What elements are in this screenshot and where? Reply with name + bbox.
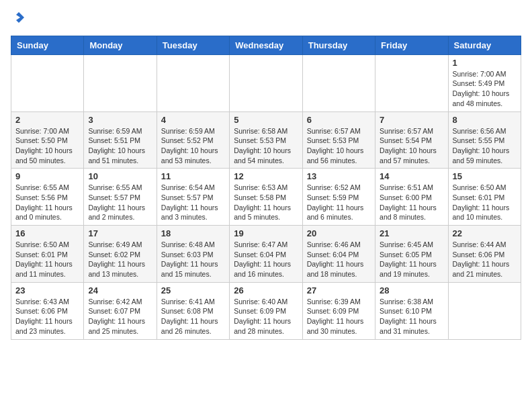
day-number: 2 xyxy=(15,115,79,125)
day-number: 10 xyxy=(88,171,152,181)
day-info: Sunrise: 6:59 AM Sunset: 5:52 PM Dayligh… xyxy=(161,126,225,166)
calendar-day-cell: 20Sunrise: 6:46 AM Sunset: 6:04 PM Dayli… xyxy=(302,226,375,283)
calendar-day-cell: 23Sunrise: 6:43 AM Sunset: 6:06 PM Dayli… xyxy=(11,282,84,339)
calendar-day-cell: 1Sunrise: 7:00 AM Sunset: 5:49 PM Daylig… xyxy=(448,54,521,111)
calendar-day-cell: 28Sunrise: 6:38 AM Sunset: 6:10 PM Dayli… xyxy=(375,282,448,339)
calendar-day-cell: 26Sunrise: 6:40 AM Sunset: 6:09 PM Dayli… xyxy=(230,282,302,339)
weekday-header: Wednesday xyxy=(230,36,302,54)
weekday-header: Friday xyxy=(375,36,448,54)
calendar-day-cell: 15Sunrise: 6:50 AM Sunset: 6:01 PM Dayli… xyxy=(448,169,521,226)
day-info: Sunrise: 6:56 AM Sunset: 5:55 PM Dayligh… xyxy=(453,126,517,166)
day-number: 26 xyxy=(234,285,298,295)
day-info: Sunrise: 6:38 AM Sunset: 6:10 PM Dayligh… xyxy=(380,297,443,336)
day-info: Sunrise: 6:57 AM Sunset: 5:54 PM Dayligh… xyxy=(380,126,443,166)
day-info: Sunrise: 6:50 AM Sunset: 6:01 PM Dayligh… xyxy=(453,183,517,222)
calendar-day-cell xyxy=(84,54,157,111)
logo xyxy=(11,11,26,28)
day-number: 7 xyxy=(380,115,443,125)
day-number: 24 xyxy=(88,285,152,295)
calendar-day-cell: 8Sunrise: 6:56 AM Sunset: 5:55 PM Daylig… xyxy=(448,111,521,169)
day-number: 23 xyxy=(15,285,79,295)
day-number: 16 xyxy=(15,228,79,238)
calendar-day-cell: 3Sunrise: 6:59 AM Sunset: 5:51 PM Daylig… xyxy=(84,111,157,169)
calendar-day-cell: 17Sunrise: 6:49 AM Sunset: 6:02 PM Dayli… xyxy=(84,226,157,283)
day-number: 28 xyxy=(380,285,443,295)
weekday-header: Monday xyxy=(84,36,157,54)
day-info: Sunrise: 6:44 AM Sunset: 6:06 PM Dayligh… xyxy=(453,240,517,279)
calendar-day-cell: 24Sunrise: 6:42 AM Sunset: 6:07 PM Dayli… xyxy=(84,282,157,339)
calendar-day-cell xyxy=(157,54,229,111)
day-info: Sunrise: 7:00 AM Sunset: 5:50 PM Dayligh… xyxy=(15,126,79,166)
day-number: 17 xyxy=(88,228,152,238)
calendar-week-row: 23Sunrise: 6:43 AM Sunset: 6:06 PM Dayli… xyxy=(11,282,521,339)
weekday-header: Sunday xyxy=(11,36,84,54)
day-info: Sunrise: 6:57 AM Sunset: 5:53 PM Dayligh… xyxy=(307,126,371,166)
day-number: 22 xyxy=(453,228,517,238)
weekday-header: Saturday xyxy=(448,36,521,54)
day-info: Sunrise: 6:43 AM Sunset: 6:06 PM Dayligh… xyxy=(15,297,79,336)
day-number: 20 xyxy=(307,228,371,238)
day-number: 18 xyxy=(161,228,225,238)
calendar-day-cell: 11Sunrise: 6:54 AM Sunset: 5:57 PM Dayli… xyxy=(157,169,229,226)
day-info: Sunrise: 6:39 AM Sunset: 6:09 PM Dayligh… xyxy=(307,297,371,336)
calendar-day-cell xyxy=(302,54,375,111)
day-number: 5 xyxy=(234,115,298,125)
day-number: 19 xyxy=(234,228,298,238)
day-number: 13 xyxy=(307,171,371,181)
day-number: 9 xyxy=(15,171,79,181)
day-info: Sunrise: 6:58 AM Sunset: 5:53 PM Dayligh… xyxy=(234,126,298,166)
calendar-header-row: SundayMondayTuesdayWednesdayThursdayFrid… xyxy=(11,36,521,54)
calendar-day-cell: 19Sunrise: 6:47 AM Sunset: 6:04 PM Dayli… xyxy=(230,226,302,283)
calendar-week-row: 2Sunrise: 7:00 AM Sunset: 5:50 PM Daylig… xyxy=(11,111,521,169)
day-info: Sunrise: 7:00 AM Sunset: 5:49 PM Dayligh… xyxy=(453,69,517,109)
page-header xyxy=(11,11,521,28)
calendar-week-row: 1Sunrise: 7:00 AM Sunset: 5:49 PM Daylig… xyxy=(11,54,521,111)
day-info: Sunrise: 6:45 AM Sunset: 6:05 PM Dayligh… xyxy=(380,240,443,279)
svg-marker-0 xyxy=(16,12,24,23)
calendar-day-cell xyxy=(230,54,302,111)
day-number: 11 xyxy=(161,171,225,181)
day-number: 3 xyxy=(88,115,152,125)
calendar-day-cell xyxy=(375,54,448,111)
day-info: Sunrise: 6:48 AM Sunset: 6:03 PM Dayligh… xyxy=(161,240,225,279)
day-info: Sunrise: 6:40 AM Sunset: 6:09 PM Dayligh… xyxy=(234,297,298,336)
day-number: 14 xyxy=(380,171,443,181)
day-info: Sunrise: 6:51 AM Sunset: 6:00 PM Dayligh… xyxy=(380,183,443,222)
day-number: 15 xyxy=(453,171,517,181)
calendar-table: SundayMondayTuesdayWednesdayThursdayFrid… xyxy=(11,36,521,340)
calendar-day-cell: 2Sunrise: 7:00 AM Sunset: 5:50 PM Daylig… xyxy=(11,111,84,169)
calendar-day-cell xyxy=(448,282,521,339)
day-info: Sunrise: 6:52 AM Sunset: 5:59 PM Dayligh… xyxy=(307,183,371,222)
day-number: 6 xyxy=(307,115,371,125)
calendar-day-cell: 4Sunrise: 6:59 AM Sunset: 5:52 PM Daylig… xyxy=(157,111,229,169)
calendar-day-cell: 9Sunrise: 6:55 AM Sunset: 5:56 PM Daylig… xyxy=(11,169,84,226)
calendar-day-cell: 25Sunrise: 6:41 AM Sunset: 6:08 PM Dayli… xyxy=(157,282,229,339)
weekday-header: Tuesday xyxy=(157,36,229,54)
calendar-day-cell: 16Sunrise: 6:50 AM Sunset: 6:01 PM Dayli… xyxy=(11,226,84,283)
day-number: 21 xyxy=(380,228,443,238)
day-number: 4 xyxy=(161,115,225,125)
day-number: 27 xyxy=(307,285,371,295)
day-number: 1 xyxy=(453,58,517,68)
day-info: Sunrise: 6:41 AM Sunset: 6:08 PM Dayligh… xyxy=(161,297,225,336)
calendar-day-cell: 12Sunrise: 6:53 AM Sunset: 5:58 PM Dayli… xyxy=(230,169,302,226)
calendar-week-row: 16Sunrise: 6:50 AM Sunset: 6:01 PM Dayli… xyxy=(11,226,521,283)
calendar-day-cell: 14Sunrise: 6:51 AM Sunset: 6:00 PM Dayli… xyxy=(375,169,448,226)
day-info: Sunrise: 6:42 AM Sunset: 6:07 PM Dayligh… xyxy=(88,297,152,336)
day-info: Sunrise: 6:53 AM Sunset: 5:58 PM Dayligh… xyxy=(234,183,298,222)
calendar-day-cell: 18Sunrise: 6:48 AM Sunset: 6:03 PM Dayli… xyxy=(157,226,229,283)
day-info: Sunrise: 6:59 AM Sunset: 5:51 PM Dayligh… xyxy=(88,126,152,166)
day-info: Sunrise: 6:50 AM Sunset: 6:01 PM Dayligh… xyxy=(15,240,79,279)
calendar-day-cell: 27Sunrise: 6:39 AM Sunset: 6:09 PM Dayli… xyxy=(302,282,375,339)
day-info: Sunrise: 6:47 AM Sunset: 6:04 PM Dayligh… xyxy=(234,240,298,279)
calendar-day-cell xyxy=(11,54,84,111)
day-number: 12 xyxy=(234,171,298,181)
logo-icon xyxy=(12,11,26,24)
day-info: Sunrise: 6:54 AM Sunset: 5:57 PM Dayligh… xyxy=(161,183,225,222)
calendar-day-cell: 13Sunrise: 6:52 AM Sunset: 5:59 PM Dayli… xyxy=(302,169,375,226)
calendar-day-cell: 21Sunrise: 6:45 AM Sunset: 6:05 PM Dayli… xyxy=(375,226,448,283)
day-info: Sunrise: 6:46 AM Sunset: 6:04 PM Dayligh… xyxy=(307,240,371,279)
calendar-day-cell: 10Sunrise: 6:55 AM Sunset: 5:57 PM Dayli… xyxy=(84,169,157,226)
calendar-day-cell: 7Sunrise: 6:57 AM Sunset: 5:54 PM Daylig… xyxy=(375,111,448,169)
weekday-header: Thursday xyxy=(302,36,375,54)
